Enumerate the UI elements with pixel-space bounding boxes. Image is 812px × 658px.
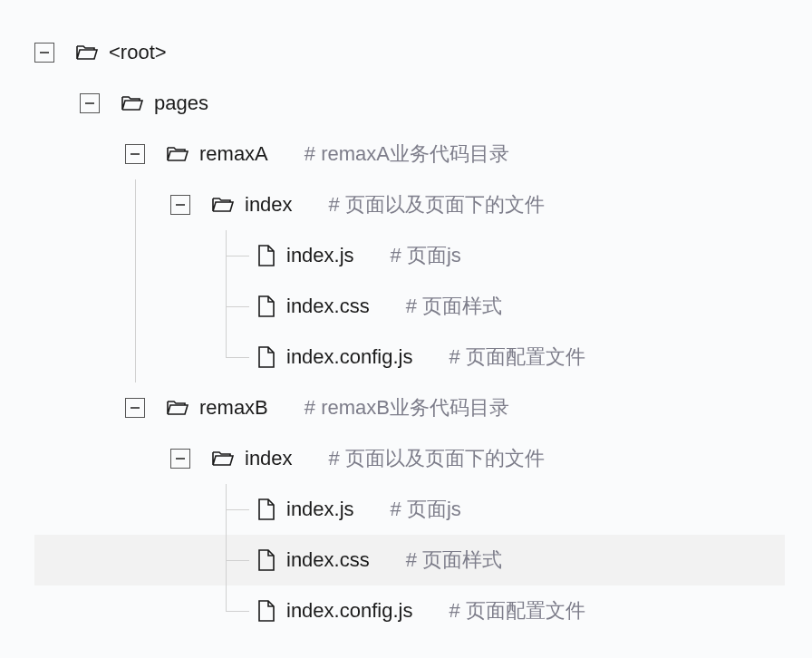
folder-open-icon [121, 94, 143, 112]
tree-label: index [245, 193, 293, 217]
collapse-icon[interactable] [170, 195, 190, 215]
tree-row-pages[interactable]: pages [34, 78, 785, 129]
leaf-spacer [216, 601, 236, 621]
collapse-icon[interactable] [80, 93, 100, 113]
tree-comment: # 页面配置文件 [449, 344, 585, 371]
tree-row-file[interactable]: index.js # 页面js [34, 484, 785, 535]
leaf-spacer [216, 499, 236, 519]
tree-label: remaxA [199, 142, 268, 166]
folder-open-icon [167, 145, 188, 163]
tree-label: remaxB [199, 396, 268, 420]
tree-label: pages [154, 92, 208, 115]
tree-row-remaxb[interactable]: remaxB # remaxB业务代码目录 [34, 382, 785, 433]
leaf-spacer [216, 347, 236, 367]
collapse-icon[interactable] [125, 144, 145, 164]
tree-comment: # 页面样式 [406, 293, 502, 320]
file-icon [257, 600, 276, 622]
tree-row-root[interactable]: <root> [34, 27, 785, 78]
file-tree: <root> pages remaxA # remaxA业务代码目录 index… [0, 0, 812, 658]
tree-comment: # remaxA业务代码目录 [304, 140, 509, 168]
leaf-spacer [216, 296, 236, 316]
file-icon [257, 245, 276, 266]
leaf-spacer [216, 550, 236, 570]
tree-comment: # 页面以及页面下的文件 [329, 445, 545, 472]
file-icon [257, 346, 276, 368]
file-icon [257, 549, 276, 571]
folder-open-icon [212, 196, 234, 214]
tree-row-file[interactable]: index.config.js # 页面配置文件 [34, 332, 785, 382]
tree-label: index.config.js [286, 345, 412, 369]
collapse-icon[interactable] [34, 43, 54, 63]
tree-label: index.config.js [286, 599, 412, 623]
file-icon [257, 295, 276, 317]
folder-open-icon [76, 44, 98, 62]
tree-row-file[interactable]: index.css # 页面样式 [34, 281, 785, 332]
tree-comment: # 页面配置文件 [449, 597, 585, 624]
collapse-icon[interactable] [170, 449, 190, 469]
tree-comment: # 页面样式 [406, 547, 502, 574]
tree-row-file[interactable]: index.css # 页面样式 [34, 535, 785, 585]
tree-label: index.js [286, 498, 354, 521]
tree-label: index.css [286, 548, 370, 572]
tree-label: index.css [286, 295, 370, 318]
tree-label: index.js [286, 244, 354, 267]
file-icon [257, 498, 276, 520]
tree-label: <root> [109, 41, 167, 64]
tree-row-remaxa[interactable]: remaxA # remaxA业务代码目录 [34, 129, 785, 179]
tree-row-remaxb-index[interactable]: index # 页面以及页面下的文件 [34, 433, 785, 484]
tree-comment: # 页面以及页面下的文件 [329, 191, 545, 218]
tree-comment: # 页面js [391, 242, 461, 269]
tree-label: index [245, 447, 293, 470]
tree-row-file[interactable]: index.config.js # 页面配置文件 [34, 585, 785, 636]
tree-comment: # remaxB业务代码目录 [304, 394, 509, 421]
folder-open-icon [212, 450, 234, 468]
collapse-icon[interactable] [125, 398, 145, 418]
folder-open-icon [167, 399, 188, 417]
leaf-spacer [216, 246, 236, 266]
tree-row-remaxa-index[interactable]: index # 页面以及页面下的文件 [34, 179, 785, 230]
tree-comment: # 页面js [391, 496, 461, 523]
tree-row-file[interactable]: index.js # 页面js [34, 230, 785, 281]
